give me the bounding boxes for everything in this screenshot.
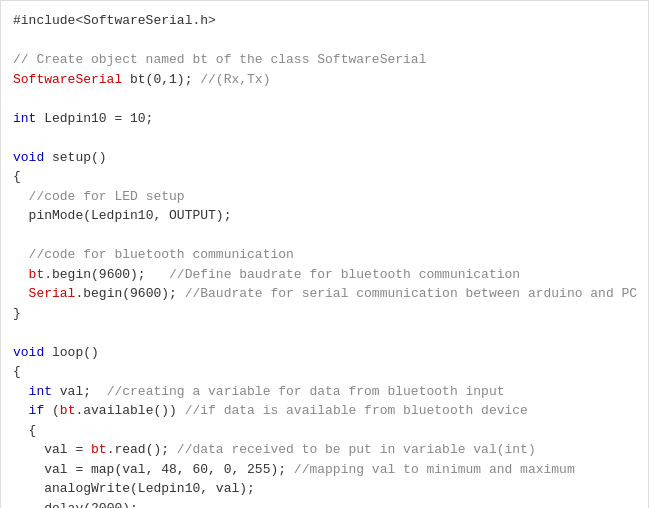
code-line-19: {	[13, 362, 636, 382]
code-line-20: int val; //creating a variable for data …	[13, 382, 636, 402]
code-line-25: analogWrite(Ledpin10, val);	[13, 479, 636, 499]
code-line-12	[13, 226, 636, 246]
code-line-2	[13, 31, 636, 51]
code-line-26: delay(2000);	[13, 499, 636, 509]
code-line-13: //code for bluetooth communication	[13, 245, 636, 265]
code-line-3: // Create object named bt of the class S…	[13, 50, 636, 70]
code-line-11: pinMode(Ledpin10, OUTPUT);	[13, 206, 636, 226]
code-line-23: val = bt.read(); //data received to be p…	[13, 440, 636, 460]
code-line-6: int Ledpin10 = 10;	[13, 109, 636, 129]
code-editor: #include<SoftwareSerial.h> // Create obj…	[0, 0, 649, 508]
code-line-1: #include<SoftwareSerial.h>	[13, 11, 636, 31]
code-line-24: val = map(val, 48, 60, 0, 255); //mappin…	[13, 460, 636, 480]
code-line-14: bt.begin(9600); //Define baudrate for bl…	[13, 265, 636, 285]
code-line-18: void loop()	[13, 343, 636, 363]
code-line-5	[13, 89, 636, 109]
code-line-9: {	[13, 167, 636, 187]
code-line-17	[13, 323, 636, 343]
code-line-8: void setup()	[13, 148, 636, 168]
code-line-10: //code for LED setup	[13, 187, 636, 207]
code-line-16: }	[13, 304, 636, 324]
code-line-7	[13, 128, 636, 148]
code-line-4: SoftwareSerial bt(0,1); //(Rx,Tx)	[13, 70, 636, 90]
code-line-15: Serial.begin(9600); //Baudrate for seria…	[13, 284, 636, 304]
code-line-22: {	[13, 421, 636, 441]
code-line-21: if (bt.available()) //if data is availab…	[13, 401, 636, 421]
